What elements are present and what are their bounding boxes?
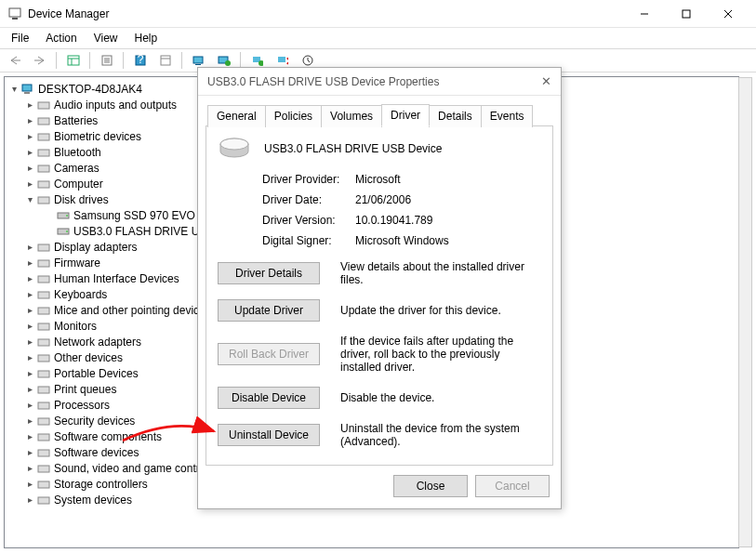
svg-rect-20 (195, 64, 201, 65)
svg-rect-54 (38, 450, 49, 456)
svg-rect-3 (683, 10, 690, 18)
tree-item-label: Computer (54, 178, 103, 191)
tree-item-label: Bluetooth (54, 146, 101, 159)
svg-rect-33 (38, 150, 49, 156)
maximize-button[interactable] (665, 0, 707, 27)
dialog-title: USB3.0 FLASH DRIVE USB Device Properties (207, 75, 439, 88)
back-button[interactable] (4, 50, 25, 71)
menu-file[interactable]: File (4, 30, 36, 46)
svg-rect-8 (68, 56, 79, 65)
tab-policies[interactable]: Policies (265, 105, 322, 127)
rollback-driver-desc: If the device fails after updating the d… (340, 335, 541, 374)
svg-point-59 (220, 138, 248, 150)
driver-tab-panel: USB3.0 FLASH DRIVE USB Device Driver Pro… (206, 125, 553, 466)
menu-action[interactable]: Action (38, 30, 84, 46)
drive-icon (219, 138, 249, 160)
signer-value: Microsoft Windows (355, 234, 449, 247)
toolbar-detail-button[interactable] (154, 50, 176, 71)
category-icon (36, 335, 51, 349)
category-icon (36, 177, 51, 191)
tree-item-label: Software devices (54, 446, 139, 459)
tab-events[interactable]: Events (481, 105, 534, 127)
menu-view[interactable]: View (86, 30, 126, 46)
svg-rect-52 (38, 418, 49, 425)
svg-rect-46 (38, 323, 49, 330)
toolbar-show-hide-button[interactable] (62, 50, 84, 71)
window-title: Device Manager (28, 7, 623, 20)
provider-value: Microsoft (355, 173, 401, 186)
category-icon (36, 145, 51, 160)
tab-driver[interactable]: Driver (381, 104, 430, 126)
update-driver-desc: Update the driver for this device. (340, 304, 541, 317)
category-icon (36, 192, 51, 207)
svg-text:?: ? (137, 55, 143, 66)
dialog-titlebar: USB3.0 FLASH DRIVE USB Device Properties… (198, 68, 561, 96)
svg-rect-0 (9, 8, 20, 17)
tree-item-label: Disk drives (54, 193, 109, 206)
tree-item-label: Cameras (54, 162, 99, 175)
tab-details[interactable]: Details (429, 105, 482, 127)
category-icon (36, 240, 51, 255)
dialog-close-footer-button[interactable]: Close (393, 475, 468, 497)
tree-item-label: Other devices (54, 351, 123, 364)
version-label: Driver Version: (262, 214, 355, 227)
menu-help[interactable]: Help (127, 30, 166, 46)
forward-button[interactable] (29, 50, 50, 71)
svg-rect-35 (38, 181, 49, 188)
tree-item-label: Network adapters (54, 336, 141, 349)
category-icon (36, 477, 51, 492)
tree-item-label: Human Interface Devices (54, 272, 179, 285)
tree-item-label: Display adapters (54, 241, 137, 254)
svg-rect-34 (38, 165, 49, 172)
svg-rect-56 (38, 481, 49, 488)
svg-rect-51 (38, 402, 49, 409)
category-icon (36, 303, 51, 318)
dialog-close-button[interactable]: ✕ (541, 74, 551, 88)
svg-rect-44 (38, 292, 49, 298)
uninstall-device-button[interactable]: Uninstall Device (218, 424, 320, 446)
category-icon (36, 161, 51, 176)
tab-general[interactable]: General (207, 105, 266, 127)
tree-item-label: Audio inputs and outputs (54, 99, 177, 112)
svg-point-38 (66, 215, 68, 217)
tab-volumes[interactable]: Volumes (321, 105, 382, 127)
tree-item-label: System devices (54, 494, 132, 507)
category-icon (36, 256, 51, 270)
category-icon (36, 350, 51, 365)
svg-point-22 (225, 60, 231, 66)
category-icon (36, 445, 51, 460)
toolbar-properties-button[interactable] (96, 50, 117, 71)
tree-item-label: Monitors (54, 320, 97, 333)
svg-rect-45 (38, 308, 49, 314)
tree-item-label: Mice and other pointing devices (54, 304, 211, 317)
disable-device-button[interactable]: Disable Device (218, 387, 320, 409)
category-icon (36, 366, 51, 381)
toolbar-help-button[interactable]: ? (129, 50, 151, 71)
category-icon (36, 382, 51, 397)
svg-rect-1 (12, 18, 18, 20)
vertical-scrollbar[interactable] (738, 77, 752, 547)
tree-item-label: Security devices (54, 415, 135, 428)
tree-item-label: Firmware (54, 257, 100, 270)
provider-label: Driver Provider: (262, 173, 355, 186)
update-driver-button[interactable]: Update Driver (218, 299, 320, 322)
app-icon (7, 7, 22, 21)
drive-icon (56, 224, 71, 239)
svg-rect-41 (38, 244, 49, 251)
minimize-button[interactable] (623, 0, 665, 27)
tree-item-label: Batteries (54, 114, 98, 127)
date-value: 21/06/2006 (355, 193, 411, 206)
tree-item-label: Keyboards (54, 288, 107, 301)
tree-item-label: Software components (54, 430, 162, 443)
svg-rect-55 (38, 466, 49, 472)
close-button[interactable] (707, 0, 749, 27)
dialog-cancel-button: Cancel (475, 475, 550, 497)
signer-label: Digital Signer: (262, 234, 355, 247)
driver-details-button[interactable]: Driver Details (218, 262, 320, 284)
computer-icon (20, 82, 35, 97)
svg-rect-57 (38, 497, 49, 504)
svg-rect-36 (38, 197, 49, 204)
svg-rect-25 (278, 57, 285, 62)
svg-rect-29 (24, 92, 30, 94)
svg-rect-50 (38, 387, 49, 393)
